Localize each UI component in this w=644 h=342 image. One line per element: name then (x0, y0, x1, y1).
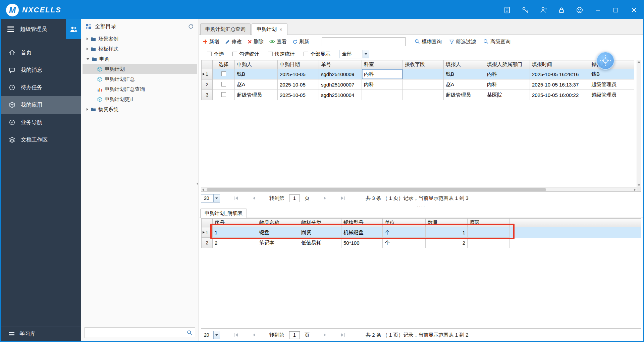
table-row[interactable]: 3 超级管理员 2025-10-05 sgdh25100004 超级管理员 某医… (202, 90, 634, 100)
table-cell[interactable]: 钱B (235, 69, 278, 79)
close-button[interactable] (630, 6, 638, 14)
splitter-handle[interactable]: ···· (199, 205, 643, 209)
page-number-input[interactable] (289, 194, 300, 202)
tree-node-purchase-plan-correction[interactable]: 申购计划更正 (83, 94, 197, 104)
table-cell[interactable]: 笔记本 (257, 238, 299, 248)
column-header[interactable]: 申购日期 (278, 60, 319, 69)
tools-key-icon[interactable] (521, 6, 529, 14)
row-marker[interactable]: 3 (202, 90, 213, 100)
last-page-button[interactable] (340, 196, 345, 200)
table-cell[interactable]: 2 (213, 238, 257, 248)
filter-button[interactable]: 筛选过滤 (449, 39, 476, 45)
sidebar-item-learning-library[interactable]: 学习库 (1, 327, 81, 341)
row-marker[interactable]: 1 (202, 227, 213, 238)
last-page-button[interactable] (340, 333, 345, 337)
table-cell[interactable] (403, 69, 444, 79)
table-cell[interactable]: 钱B (589, 69, 634, 79)
table-cell[interactable]: 个 (383, 238, 426, 248)
table-row[interactable]: 1 1 键盘 固资 机械键盘 个 1 (202, 227, 641, 238)
tree-node-purchase-plan[interactable]: 申购计划 (83, 64, 197, 74)
table-cell[interactable]: 2025-10-05 16:13:37 (530, 79, 589, 90)
table-cell[interactable] (403, 90, 444, 100)
table-cell[interactable]: 低值易耗 (299, 238, 341, 248)
panel-collapse-handle[interactable] (196, 179, 199, 188)
scroll-right-icon[interactable] (634, 188, 636, 191)
first-page-button[interactable] (233, 333, 238, 337)
fuzzy-query-button[interactable]: 模糊查询 (415, 39, 442, 45)
table-cell[interactable]: 1 (213, 227, 257, 238)
table-cell[interactable]: 个 (383, 227, 426, 238)
sidebar-item-business-nav[interactable]: 业务导航 (1, 114, 81, 131)
row-select-cell[interactable] (213, 90, 235, 100)
quick-search-input[interactable] (322, 37, 406, 46)
tree-node-purchase[interactable]: 申购 (83, 54, 197, 64)
column-header[interactable]: 序号 (213, 219, 257, 227)
tab-close-icon[interactable]: × (279, 27, 282, 32)
checkbox-icon[interactable] (268, 52, 273, 56)
tree-node-purchase-plan-summary[interactable]: 申购计划汇总 (83, 74, 197, 84)
prev-page-button[interactable] (252, 333, 256, 337)
checkbox-icon[interactable] (304, 52, 308, 56)
minimize-button[interactable] (594, 6, 602, 14)
tree-search-input[interactable] (88, 330, 187, 335)
table-cell[interactable]: 2025-10-05 (278, 90, 319, 100)
table-cell[interactable]: 50*100 (341, 238, 383, 248)
table-cell[interactable]: 键盘 (257, 227, 299, 238)
column-header[interactable]: 单号 (319, 60, 362, 69)
table-cell[interactable] (468, 238, 510, 248)
column-header[interactable]: 科室 (362, 60, 403, 69)
row-select-cell[interactable] (213, 69, 235, 79)
maximize-button[interactable] (612, 6, 620, 14)
table-cell[interactable]: sgdh25100009 (319, 69, 362, 79)
search-icon[interactable] (187, 330, 192, 335)
column-header[interactable]: 填报时间 (530, 60, 589, 69)
show-all-checkbox[interactable]: 全部显示 (304, 51, 330, 57)
lock-icon[interactable] (557, 6, 566, 14)
floating-assistant-button[interactable] (596, 52, 614, 70)
horizontal-scrollbar[interactable] (201, 187, 637, 191)
table-cell[interactable]: 内科 (485, 79, 530, 90)
column-header[interactable]: 物料分类 (299, 219, 341, 227)
refresh-tree-icon[interactable] (188, 23, 194, 30)
table-cell[interactable]: 超级管理员 (589, 90, 634, 100)
scope-select[interactable]: 全部 (339, 50, 369, 58)
column-header[interactable]: 规格型号 (341, 219, 383, 227)
table-cell[interactable]: sgdh25100007 (319, 79, 362, 90)
column-header[interactable]: 申购人 (235, 60, 278, 69)
dropdown-arrow-icon[interactable] (363, 50, 369, 58)
tree-node-template-styles[interactable]: 模板样式 (83, 44, 197, 54)
table-cell[interactable]: 固资 (299, 227, 341, 238)
table-cell[interactable]: 内科 (485, 69, 530, 79)
dropdown-arrow-icon[interactable] (213, 331, 220, 339)
chevron-right-icon[interactable] (87, 38, 88, 40)
table-cell[interactable] (403, 79, 444, 90)
sidebar-item-messages[interactable]: 我的消息 (1, 61, 81, 79)
column-header[interactable]: 填报人 (444, 60, 485, 69)
row-checkbox[interactable] (221, 82, 226, 87)
table-cell-editing[interactable]: 内科 (362, 69, 403, 79)
checkbox-icon[interactable] (207, 52, 212, 56)
row-marker[interactable]: 1 (202, 69, 213, 79)
select-all-checkbox[interactable]: 全选 (207, 51, 224, 57)
smiley-icon[interactable] (576, 6, 584, 14)
table-row[interactable]: 2 赵A 2025-10-05 sgdh25100007 内科 赵A 内科 20… (202, 79, 634, 90)
table-cell[interactable] (362, 90, 403, 100)
tab-purchase-plan[interactable]: 申购计划 × (252, 23, 287, 35)
tab-purchase-plan-summary-query[interactable]: 申购计划汇总查询 (200, 23, 251, 35)
table-cell[interactable]: 赵A (235, 79, 278, 90)
table-cell[interactable] (468, 227, 510, 238)
table-cell[interactable]: 赵A (444, 79, 485, 90)
next-page-button[interactable] (323, 333, 327, 337)
tree-node-purchase-plan-summary-query[interactable]: 申购计划汇总查询 (83, 84, 197, 94)
table-cell[interactable]: sgdh25100004 (319, 90, 362, 100)
row-select-cell[interactable] (213, 79, 235, 90)
tree-node-material-system[interactable]: 物资系统 (83, 104, 197, 114)
scroll-left-icon[interactable] (202, 188, 204, 191)
advanced-query-button[interactable]: 高级查询 (483, 39, 511, 45)
table-cell[interactable]: 2025-10-05 (278, 69, 319, 79)
table-cell[interactable]: 超级管理员 (444, 90, 485, 100)
chevron-right-icon[interactable] (87, 108, 88, 111)
view-button[interactable]: 查看 (269, 39, 287, 45)
checkbox-icon[interactable] (232, 52, 237, 56)
menu-hamburger-icon[interactable] (7, 26, 14, 32)
